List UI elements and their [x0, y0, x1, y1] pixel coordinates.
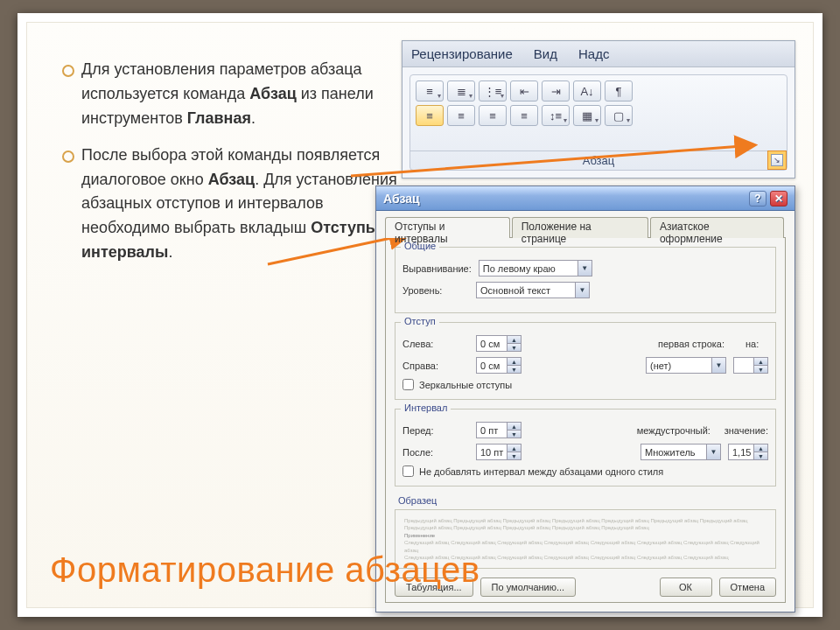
group-indent: Отступ Слева: 0 см▲▼ первая строка: на: … [395, 322, 776, 400]
align-right-icon[interactable]: ≡ [479, 105, 507, 126]
ribbon-tabs: Рецензирование Вид Надс [402, 41, 794, 67]
ribbon-group-label: Абзац ↘ [410, 150, 787, 170]
indent-right-label: Справа: [402, 360, 469, 371]
sort-icon[interactable]: A↓ [573, 80, 601, 102]
firstline-select[interactable]: (нет)▼ [646, 357, 726, 374]
dialog-launcher-icon[interactable]: ↘ [771, 154, 783, 166]
ribbon-tab-review[interactable]: Рецензирование [411, 46, 513, 61]
decrease-indent-icon[interactable]: ⇤ [510, 80, 538, 102]
spacing-before-input[interactable]: 0 пт▲▼ [476, 422, 522, 438]
multilevel-icon[interactable]: ⋮≡▾ [479, 80, 507, 102]
align-center-icon[interactable]: ≡ [447, 105, 475, 126]
alignment-label: Выравнивание: [402, 263, 472, 274]
at-label: значение: [724, 425, 768, 436]
indent-left-label: Слева: [402, 339, 469, 349]
spacing-at-input[interactable]: 1,15▲▼ [728, 444, 768, 460]
align-left-icon[interactable]: ≡ [416, 105, 444, 126]
bullet-1: Для установления параметров абзаца испол… [62, 58, 412, 131]
pilcrow-icon[interactable]: ¶ [605, 80, 633, 102]
group-general: Общие Выравнивание: По левому краю▼ Уров… [395, 247, 776, 313]
indent-left-input[interactable]: 0 см▲▼ [476, 335, 522, 352]
tab-indents[interactable]: Отступы и интервалы [385, 217, 510, 238]
alignment-select[interactable]: По левому краю▼ [479, 260, 592, 276]
align-justify-icon[interactable]: ≡ [510, 105, 538, 126]
bullet-list: Для установления параметров абзаца испол… [62, 58, 412, 277]
default-button[interactable]: По умолчанию... [480, 578, 577, 597]
chevron-down-icon: ▼ [706, 444, 720, 459]
indent-right-input[interactable]: 0 см▲▼ [476, 357, 522, 374]
dialog-titlebar[interactable]: Абзац ? ✕ [376, 186, 794, 211]
bullet-2: После выбора этой команды появляется диа… [62, 144, 412, 265]
ribbon-tab-view[interactable]: Вид [534, 46, 557, 61]
ok-button[interactable]: ОК [660, 578, 712, 597]
spacing-after-input[interactable]: 10 пт▲▼ [476, 444, 522, 460]
firstline-label: первая строка: [658, 339, 738, 349]
dialog-tabs: Отступы и интервалы Положение на страниц… [385, 216, 786, 237]
cancel-button[interactable]: Отмена [719, 578, 776, 597]
shading-icon[interactable]: ▦▾ [573, 105, 601, 126]
chevron-down-icon: ▼ [578, 261, 592, 276]
spacing-after-label: После: [402, 447, 469, 458]
ribbon-paragraph-group: Рецензирование Вид Надс ≡▾ ≣▾ ⋮≡▾ ⇤ ⇥ A↓… [402, 40, 795, 178]
no-add-space-checkbox[interactable]: Не добавлять интервал между абзацами одн… [402, 466, 768, 477]
help-icon[interactable]: ? [749, 191, 766, 206]
by-label: на: [746, 339, 768, 349]
firstline-by-input[interactable]: ▲▼ [733, 357, 768, 374]
chevron-down-icon: ▼ [711, 358, 725, 373]
dialog-title: Абзац [383, 192, 420, 206]
close-icon[interactable]: ✕ [770, 191, 788, 206]
mirror-indents-checkbox[interactable]: Зеркальные отступы [402, 379, 768, 390]
line-spacing-select[interactable]: Множитель▼ [640, 444, 721, 460]
increase-indent-icon[interactable]: ⇥ [542, 80, 570, 102]
outline-level-label: Уровень: [402, 285, 469, 296]
outline-level-select[interactable]: Основной текст▼ [476, 282, 590, 298]
paragraph-dialog: Абзац ? ✕ Отступы и интервалы Положение … [375, 186, 795, 612]
group-spacing: Интервал Перед: 0 пт▲▼ междустрочный: зн… [395, 409, 776, 486]
line-spacing-label: междустрочный: [637, 425, 718, 436]
line-spacing-icon[interactable]: ↕≡▾ [542, 105, 570, 126]
slide-title: Форматирование абзацев [50, 550, 480, 590]
spacing-before-label: Перед: [402, 425, 469, 436]
tab-linebreaks[interactable]: Положение на странице [512, 217, 648, 238]
borders-icon[interactable]: ▢▾ [605, 105, 633, 126]
tab-asian[interactable]: Азиатское оформление [650, 217, 784, 238]
numbering-icon[interactable]: ≣▾ [447, 80, 475, 102]
chevron-down-icon: ▼ [575, 283, 589, 298]
bullets-icon[interactable]: ≡▾ [416, 80, 444, 102]
preview-label: Образец [395, 495, 440, 506]
ribbon-tab-addins[interactable]: Надс [578, 46, 609, 61]
